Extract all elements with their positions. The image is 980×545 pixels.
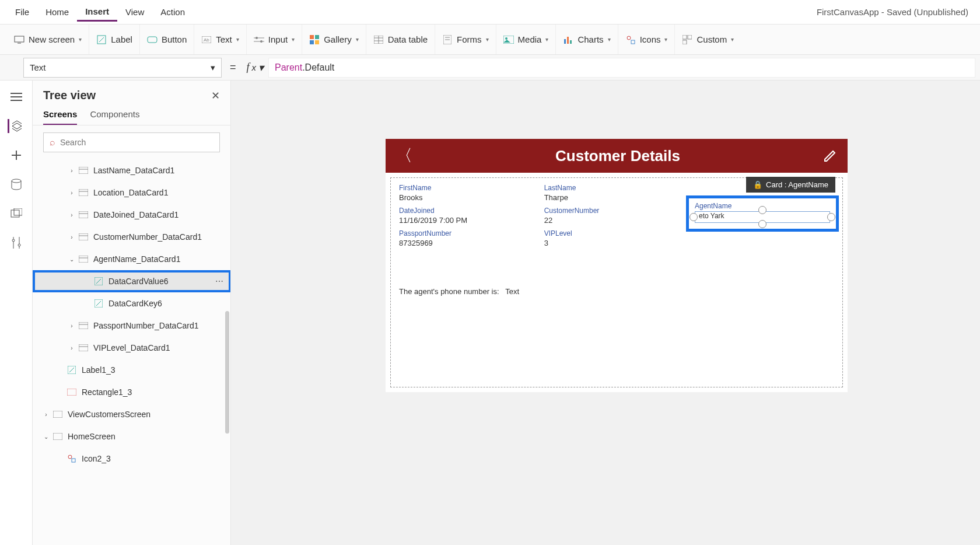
hamburger-icon[interactable] (9, 90, 23, 104)
label-button[interactable]: Label (89, 25, 140, 54)
menu-home[interactable]: Home (37, 4, 77, 20)
search-icon: ⌕ (50, 137, 55, 148)
menu-action[interactable]: Action (152, 4, 193, 20)
back-icon[interactable]: 〈 (396, 145, 412, 167)
svg-rect-24 (567, 37, 569, 44)
svg-rect-3 (148, 37, 157, 43)
svg-rect-60 (67, 389, 76, 396)
forms-icon (442, 34, 453, 45)
datacardvalue6-control[interactable]: eto Yark (695, 211, 830, 223)
media-dropdown[interactable]: Media▾ (496, 25, 556, 54)
svg-point-63 (68, 455, 72, 459)
svg-rect-27 (631, 40, 635, 44)
tree-item-label1-3[interactable]: Label1_3 (33, 359, 230, 381)
svg-rect-12 (310, 40, 314, 44)
canvas-area[interactable]: 〈 Customer Details 🔒 Card : AgentName Fi… (231, 81, 980, 545)
tree-item-agentname[interactable]: ⌄AgentName_DataCard1 (33, 248, 230, 270)
menu-view[interactable]: View (117, 4, 152, 20)
tree-item-datacardvalue6[interactable]: DataCardValue6⋯ (33, 270, 230, 292)
tree-item-customernumber[interactable]: ›CustomerNumber_DataCard1 (33, 226, 230, 248)
media-rail-icon[interactable] (9, 207, 23, 221)
left-rail (0, 81, 33, 545)
svg-rect-13 (315, 40, 319, 44)
svg-rect-47 (79, 211, 88, 218)
resize-handle[interactable] (758, 206, 766, 214)
more-options-icon[interactable]: ⋯ (215, 277, 225, 286)
label-icon (96, 34, 107, 45)
datacard-icon (78, 209, 89, 220)
svg-point-41 (12, 239, 15, 242)
screen-node-icon (52, 409, 63, 420)
tree-view-title: Tree view (43, 89, 96, 102)
svg-text:Ab: Ab (204, 37, 209, 43)
charts-dropdown[interactable]: Charts▾ (556, 25, 618, 54)
tree-item-lastname[interactable]: ›LastName_DataCard1 (33, 159, 230, 181)
field-viplevel-label: VIPLevel (544, 229, 690, 237)
svg-point-42 (18, 244, 20, 246)
tree-item-viewcustomersscreen[interactable]: ›ViewCustomersScreen (33, 403, 230, 425)
input-dropdown[interactable]: Input▾ (247, 25, 302, 54)
tree-view-panel: Tree view ✕ Screens Components ⌕ ›LastNa… (33, 81, 231, 545)
svg-rect-57 (79, 344, 88, 351)
data-table-button[interactable]: Data table (366, 25, 435, 54)
app-title: FirstCanvasApp - Saved (Unpublished) (817, 7, 973, 17)
forms-dropdown[interactable]: Forms▾ (435, 25, 496, 54)
field-lastname-label: LastName (544, 184, 690, 192)
tree-item-viplevel[interactable]: ›VIPLevel_DataCard1 (33, 337, 230, 359)
menu-file[interactable]: File (7, 4, 37, 20)
tree-item-homescreen[interactable]: ⌄HomeScreen (33, 425, 230, 448)
new-screen-button[interactable]: New screen▾ (7, 25, 89, 54)
advanced-tools-icon[interactable] (9, 236, 23, 250)
resize-handle[interactable] (690, 213, 698, 221)
device-preview: 〈 Customer Details 🔒 Card : AgentName Fi… (386, 139, 848, 392)
field-passport-label: PassportNumber (399, 229, 544, 237)
icons-dropdown[interactable]: Icons▾ (618, 25, 676, 54)
tab-screens[interactable]: Screens (43, 109, 77, 125)
tree-search[interactable]: ⌕ (43, 132, 220, 152)
button-button[interactable]: Button (140, 25, 194, 54)
text-dropdown[interactable]: Ab Text▾ (194, 25, 247, 54)
svg-rect-11 (315, 35, 319, 39)
property-selector[interactable]: Text▾ (23, 58, 222, 78)
label-control-icon (93, 298, 104, 309)
custom-icon (682, 34, 692, 45)
tree-item-passportnumber[interactable]: ›PassportNumber_DataCard1 (33, 315, 230, 337)
tab-components[interactable]: Components (90, 109, 139, 125)
tree-item-rectangle1-3[interactable]: Rectangle1_3 (33, 381, 230, 403)
datacard-icon (78, 343, 89, 353)
svg-rect-45 (79, 189, 88, 196)
resize-handle[interactable] (758, 220, 766, 228)
media-icon (503, 34, 514, 45)
tree-scrollbar[interactable] (225, 311, 229, 434)
insert-icon[interactable] (9, 148, 23, 162)
edit-icon[interactable] (823, 149, 837, 163)
field-datejoined-value: 11/16/2019 7:00 PM (399, 216, 544, 225)
svg-point-22 (505, 37, 508, 40)
gallery-dropdown[interactable]: Gallery▾ (302, 25, 366, 54)
field-passport-value: 87325969 (399, 239, 544, 247)
svg-point-36 (12, 179, 21, 183)
svg-rect-61 (53, 411, 62, 418)
data-icon[interactable] (9, 177, 23, 191)
datacard-icon (78, 165, 89, 176)
tree-item-datejoined[interactable]: ›DateJoined_DataCard1 (33, 204, 230, 226)
svg-rect-25 (570, 40, 572, 44)
tree-item-datacardkey6[interactable]: DataCardKey6 (33, 292, 230, 315)
tree-search-input[interactable] (60, 138, 214, 147)
formula-bar: Text▾ = fx ▾ Parent.Default (0, 55, 980, 81)
resize-handle[interactable] (827, 213, 835, 221)
tree-view-icon[interactable] (8, 119, 22, 133)
tree-item-location[interactable]: ›Location_DataCard1 (33, 181, 230, 204)
custom-dropdown[interactable]: Custom▾ (675, 25, 741, 54)
tree-list: ›LastName_DataCard1 ›Location_DataCard1 … (33, 159, 230, 545)
close-icon[interactable]: ✕ (211, 89, 220, 102)
field-firstname-label: FirstName (399, 184, 544, 192)
menu-insert[interactable]: Insert (77, 3, 117, 22)
svg-point-8 (256, 37, 258, 39)
fx-button[interactable]: fx ▾ (242, 61, 269, 74)
datacard-icon (78, 232, 89, 242)
formula-input[interactable]: Parent.Default (268, 58, 975, 78)
tree-item-icon2-3[interactable]: Icon2_3 (33, 448, 230, 470)
selected-datacard[interactable]: AgentName eto Yark (686, 195, 839, 232)
field-lastname-value: Tharpe (544, 193, 690, 202)
